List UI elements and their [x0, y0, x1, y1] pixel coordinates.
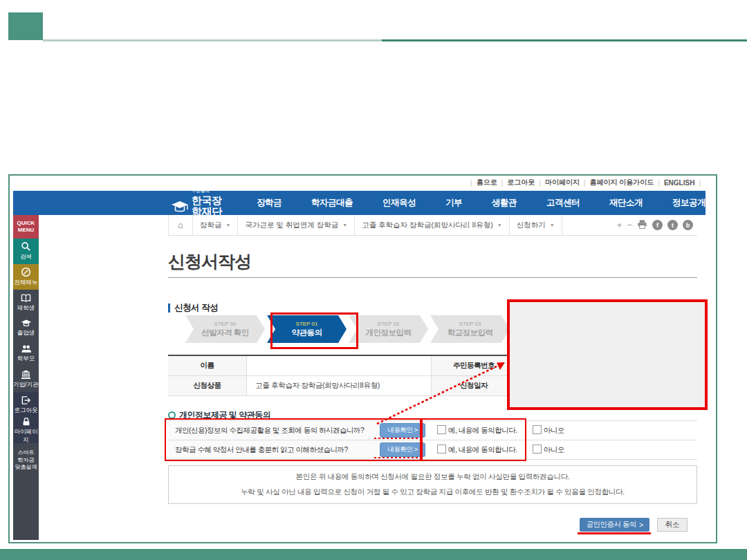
sidebar-item-all-menu[interactable]: 전체메뉴	[13, 264, 39, 290]
breadcrumb-scholarship[interactable]: 장학금 ▼	[193, 215, 238, 235]
logo-name: 한국장학재단	[192, 194, 222, 217]
title-divider	[168, 277, 697, 278]
breadcrumb: ⌂ 장학금 ▼ 국가근로 및 취업연계 장학금 ▼ 고졸 후학습자 장학금(희망…	[168, 215, 697, 236]
sidebar-item-label: 전체메뉴	[15, 279, 38, 287]
sidebar-item-label: 로그아웃	[15, 407, 38, 415]
logo-tagline: 푸른등대	[192, 189, 223, 194]
link-english[interactable]: ENGLISH	[664, 179, 694, 187]
breadcrumb-apply[interactable]: 신청하기 ▼	[510, 215, 562, 235]
chevron-down-icon: ▼	[497, 223, 502, 227]
step-label: 개인정보입력	[349, 328, 428, 337]
facebook-icon[interactable]: f	[652, 220, 663, 230]
cell-date-header: 신청일자	[432, 376, 517, 395]
slide-bottom-bar	[0, 549, 747, 560]
no-label: 아니오	[544, 426, 564, 434]
questions-annotation-box	[165, 418, 421, 461]
arrow-right-icon: >	[639, 521, 643, 529]
quick-menu-header-line: QUICK	[17, 220, 35, 227]
screenshot-frame: | 홈으로 | 로그아웃 | 마이페이지 | 홈페이지 이용가이드 | ENGL…	[8, 174, 717, 543]
no-label: 아니오	[544, 445, 564, 454]
sidebar-item-label: 기업/기관	[13, 381, 38, 389]
sidebar-item-label: 재학생	[17, 304, 35, 312]
step-label: 학교정보입력	[430, 328, 510, 337]
twitter-icon[interactable]: t	[667, 220, 678, 230]
breadcrumb-home[interactable]: ⌂	[168, 215, 193, 235]
nav-item-loans[interactable]: 학자금대출	[311, 197, 353, 209]
certificate-button-annotation-underline	[578, 532, 651, 534]
step-number: STEP 03	[430, 321, 510, 328]
cancel-button[interactable]: 취소	[657, 518, 688, 532]
blog-icon[interactable]: b	[683, 220, 693, 230]
step-label: 선발자격 확인	[185, 328, 265, 337]
step-00-qualification: STEP 00 선발자격 확인	[185, 315, 265, 343]
step-03-school-info: STEP 03 학교정보입력	[430, 315, 510, 343]
sidebar-item-logout[interactable]: 로그아웃	[13, 392, 39, 418]
cell-product-header: 신청상품	[168, 376, 246, 395]
zoom-out-button[interactable]: −	[627, 220, 632, 230]
compass-icon	[21, 267, 31, 277]
sidebar-item-parents[interactable]: 학부모	[13, 341, 39, 366]
certificate-agree-button[interactable]: 공인인증서 동의 >	[580, 518, 649, 532]
page-title: 신청서작성	[168, 250, 251, 273]
sidebar-item-search[interactable]: 검색	[13, 239, 39, 264]
agree-no-option: 아니오	[533, 425, 564, 436]
main-navbar: 푸른등대 한국장학재단 장학금 학자금대출 인재육성 기부 생활관 고객센터 재…	[13, 191, 706, 215]
agree-no-option: 아니오	[533, 445, 564, 455]
link-guide[interactable]: 홈페이지 이용가이드	[590, 178, 654, 187]
sidebar-item-smart-planner[interactable]: 스마트 학자금 맞춤설계	[13, 443, 39, 478]
nav-item-scholarship[interactable]: 장학금	[257, 197, 282, 209]
home-icon: ⌂	[178, 220, 183, 230]
gradcap-icon	[21, 319, 32, 328]
lock-icon	[21, 417, 31, 427]
nav-item-talent[interactable]: 인재육성	[382, 197, 416, 209]
sidebar-item-corporation[interactable]: 기업/기관	[13, 366, 39, 392]
sidebar-item-label: 마이페이지	[13, 428, 39, 445]
notice-line: 본인은 위 내용에 동의하며 신청서에 필요한 정보를 누락 없이 사실만을 입…	[296, 472, 570, 482]
foundation-logo[interactable]: 푸른등대 한국장학재단	[171, 189, 223, 217]
nav-item-customer-center[interactable]: 고객센터	[546, 197, 580, 209]
search-icon	[21, 241, 31, 252]
sidebar-item-label: 졸업생	[17, 329, 35, 337]
zoom-in-button[interactable]: +	[617, 220, 622, 230]
bank-icon	[21, 370, 31, 380]
logo-text: 푸른등대 한국장학재단	[192, 189, 223, 217]
breadcrumb-label: 신청하기	[517, 221, 546, 230]
nav-item-disclosure[interactable]: 정보공개	[672, 197, 706, 209]
section-accent-bar	[168, 304, 170, 312]
quick-menu-sidebar: QUICK MENU 검색 전체메뉴 재학생 졸업생	[13, 215, 39, 540]
cell-product-value: 고졸 후학습자 장학금(희망사다리II유형)	[246, 376, 432, 395]
divider: |	[470, 179, 472, 187]
sidebar-item-enrolled-student[interactable]: 재학생	[13, 290, 39, 315]
breadcrumb-work-study[interactable]: 국가근로 및 취업연계 장학금 ▼	[238, 215, 355, 235]
breadcrumb-label: 고졸 후학습자 장학금(희망사다리 II유형)	[362, 221, 493, 230]
sidebar-item-label: 스마트	[18, 449, 35, 457]
step-02-personal-info: STEP 02 개인정보입력	[349, 315, 428, 343]
nav-menu: 장학금 학자금대출 인재육성 기부 생활관 고객센터 재단소개 정보공개	[257, 197, 706, 209]
sidebar-item-graduate[interactable]: 졸업생	[13, 315, 39, 341]
quick-menu-header: QUICK MENU	[13, 215, 39, 239]
breadcrumb-tools: + − f t b	[617, 219, 697, 231]
sidebar-item-label: 맞춤설계	[15, 464, 37, 472]
people-icon	[21, 344, 32, 353]
terms-popup-annotation-box	[507, 299, 708, 410]
no-checkbox[interactable]	[533, 445, 542, 454]
no-checkbox[interactable]	[533, 425, 542, 434]
chevron-down-icon: ▼	[342, 223, 347, 227]
active-step-annotation-box	[270, 312, 358, 349]
link-logout[interactable]: 로그아웃	[507, 178, 535, 187]
nav-item-donation[interactable]: 기부	[445, 197, 462, 209]
breadcrumb-label: 장학금	[200, 221, 222, 230]
sidebar-item-label: 학자금	[18, 457, 35, 465]
nav-item-about[interactable]: 재단소개	[609, 197, 643, 209]
link-mypage[interactable]: 마이페이지	[545, 178, 580, 187]
nav-item-dormitory[interactable]: 생활관	[492, 197, 517, 209]
link-home[interactable]: 홈으로	[477, 178, 497, 187]
breadcrumb-program[interactable]: 고졸 후학습자 장학금(희망사다리 II유형) ▼	[355, 215, 510, 235]
slide-divider-dark	[382, 39, 747, 41]
step-number: STEP 02	[349, 321, 428, 328]
chevron-down-icon: ▼	[550, 223, 555, 227]
sidebar-item-mypage[interactable]: 마이페이지	[13, 418, 39, 443]
cell-name-header: 이름	[168, 356, 246, 375]
print-icon[interactable]	[637, 219, 647, 231]
declaration-notice-box: 본인은 위 내용에 동의하며 신청서에 필요한 정보를 누락 없이 사실만을 입…	[168, 465, 697, 504]
